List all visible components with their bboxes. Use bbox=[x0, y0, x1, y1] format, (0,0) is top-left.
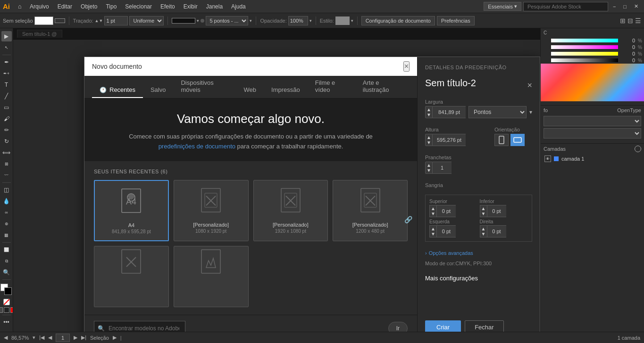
menu-ajuda[interactable]: Ajuda bbox=[227, 2, 250, 11]
tab-impressao[interactable]: Impressão bbox=[264, 82, 308, 98]
recent-item-4[interactable] bbox=[94, 246, 169, 307]
slice-tool[interactable]: ⧉ bbox=[1, 256, 12, 266]
tracado-type-select[interactable]: Uniforme bbox=[129, 16, 164, 25]
opcoes-avancadas-link[interactable]: › Opções avançadas bbox=[425, 250, 532, 256]
layer-item-1[interactable]: 👁 camada 1 bbox=[541, 154, 644, 163]
menu-selecionar[interactable]: Selecionar bbox=[121, 2, 156, 11]
tab-filme[interactable]: Filme e vídeo bbox=[308, 75, 355, 98]
menu-exibir[interactable]: Exibir bbox=[180, 2, 201, 11]
layer-visibility-icon[interactable]: 👁 bbox=[544, 155, 551, 162]
pen-tool[interactable]: ✒ bbox=[1, 57, 12, 67]
cyan-slider[interactable] bbox=[551, 39, 618, 42]
modal-close-button[interactable]: × bbox=[403, 61, 410, 72]
color-spectrum-display[interactable] bbox=[541, 64, 644, 101]
fechar-button[interactable]: Fechar bbox=[465, 320, 503, 332]
gradient-tool[interactable]: ◫ bbox=[1, 185, 12, 195]
pontos-select[interactable]: 5 pontos - ... bbox=[206, 16, 248, 25]
reflect-tool[interactable]: ⟺ bbox=[1, 147, 12, 158]
pranchetas-decrement[interactable]: ▲▼ bbox=[425, 162, 433, 174]
workspace-button[interactable]: Essenciais ▾ bbox=[484, 2, 521, 11]
menu-objeto[interactable]: Objeto bbox=[77, 2, 101, 11]
mais-configuracoes-link[interactable]: Mais configurações bbox=[425, 275, 532, 282]
pencil-tool[interactable]: ✏ bbox=[1, 125, 12, 135]
menu-editar[interactable]: Editar bbox=[54, 2, 76, 11]
opacity-input[interactable] bbox=[288, 16, 308, 25]
largura-unit-select[interactable]: Pontos bbox=[468, 106, 527, 118]
sangria-inferior-input[interactable] bbox=[487, 205, 506, 217]
menu-efeito[interactable]: Efeito bbox=[157, 2, 179, 11]
recent-item-5[interactable] bbox=[174, 246, 249, 307]
landscape-button[interactable] bbox=[510, 134, 525, 146]
link-sangria-icon[interactable]: 🔗 bbox=[404, 216, 412, 223]
prev-page-button[interactable]: ◀ bbox=[4, 335, 8, 341]
background-color[interactable] bbox=[4, 287, 12, 295]
largura-input[interactable] bbox=[433, 106, 466, 118]
color-mode-fill[interactable] bbox=[0, 307, 3, 313]
black-slider[interactable] bbox=[551, 58, 618, 62]
tracado-input[interactable] bbox=[104, 16, 128, 25]
recent-item-1[interactable]: [Personalizado] 1080 x 1920 pt bbox=[174, 180, 249, 241]
line-tool[interactable]: ╱ bbox=[1, 91, 12, 101]
config-doc-button[interactable]: Configuração de documento bbox=[361, 16, 435, 25]
stroke-swatch[interactable] bbox=[55, 18, 65, 23]
artboard-tool[interactable]: ⬜ bbox=[1, 245, 12, 255]
column-graph-tool[interactable]: ▦ bbox=[1, 230, 12, 240]
more-icon[interactable]: ☰ bbox=[635, 17, 641, 24]
eyedropper-tool[interactable]: 💧 bbox=[1, 196, 12, 206]
type-tool[interactable]: T bbox=[1, 80, 12, 90]
more-tools-button[interactable]: ••• bbox=[1, 317, 12, 327]
tab-recentes[interactable]: 🕐 Recentes bbox=[92, 82, 143, 98]
tab-salvo[interactable]: Salvo bbox=[143, 82, 174, 98]
largura-decrement[interactable]: ▲▼ bbox=[425, 106, 433, 118]
recent-item-3[interactable]: [Personalizado] 1200 x 480 pt bbox=[333, 180, 408, 241]
stock-search-input[interactable] bbox=[523, 2, 608, 11]
last-page-button[interactable]: ▶| bbox=[81, 335, 86, 341]
sangria-superior-input[interactable] bbox=[437, 205, 456, 217]
font-style-select[interactable] bbox=[544, 128, 641, 139]
superior-stepper-btn[interactable]: ▲▼ bbox=[429, 205, 437, 217]
sangria-esquerda-input[interactable] bbox=[437, 225, 456, 237]
arrange-icon[interactable]: ⊞ bbox=[620, 17, 626, 24]
direita-stepper-btn[interactable]: ▲▼ bbox=[480, 225, 487, 237]
color-mode-stroke[interactable] bbox=[4, 307, 9, 313]
page-number-input[interactable] bbox=[56, 334, 70, 342]
prev-artboard-button[interactable]: ◀ bbox=[48, 335, 52, 341]
criar-button[interactable]: Criar bbox=[425, 320, 461, 332]
recent-item-0[interactable]: A4 A4 841,89 x 595,28 pt bbox=[94, 180, 169, 241]
scale-tool[interactable]: ⊠ bbox=[1, 159, 12, 169]
tab-arte[interactable]: Arte e ilustração bbox=[355, 75, 410, 98]
home-icon[interactable]: ⌂ bbox=[15, 1, 25, 12]
direct-select-tool[interactable]: ↖ bbox=[1, 42, 12, 53]
font-family-select[interactable] bbox=[544, 116, 641, 126]
altura-input[interactable] bbox=[433, 134, 466, 146]
next-artboard-button[interactable]: ▶ bbox=[74, 335, 77, 341]
pranchetas-input[interactable] bbox=[433, 162, 452, 174]
menu-janela[interactable]: Janela bbox=[202, 2, 226, 11]
predefinicoes-link[interactable]: predefinições de documento bbox=[159, 143, 235, 150]
esquerda-stepper-btn[interactable]: ▲▼ bbox=[429, 225, 437, 237]
artboard-indicator-button[interactable]: ▶ bbox=[113, 335, 117, 341]
menu-tipo[interactable]: Tipo bbox=[102, 2, 120, 11]
add-anchor-tool[interactable]: ✒+ bbox=[1, 68, 12, 79]
blend-tool[interactable]: ∞ bbox=[1, 207, 12, 218]
align-icon[interactable]: ⊟ bbox=[627, 17, 633, 24]
rect-tool[interactable]: ▭ bbox=[1, 102, 12, 113]
close-window-button[interactable]: ✕ bbox=[631, 3, 641, 9]
inferior-stepper-btn[interactable]: ▲▼ bbox=[480, 205, 487, 217]
fill-swatch[interactable] bbox=[34, 16, 53, 25]
paintbrush-tool[interactable]: 🖌 bbox=[1, 114, 12, 124]
stroke-pattern[interactable] bbox=[172, 18, 195, 24]
minimize-button[interactable]: − bbox=[610, 4, 619, 9]
portrait-button[interactable] bbox=[494, 134, 509, 146]
tab-dispositivos[interactable]: Dispositivos móveis bbox=[173, 75, 236, 98]
zoom-tool[interactable]: 🔍 bbox=[1, 267, 12, 278]
hero-close-button[interactable]: × bbox=[527, 81, 532, 90]
menu-arquivo[interactable]: Arquivo bbox=[26, 2, 53, 11]
estilo-swatch[interactable] bbox=[335, 16, 350, 25]
altura-decrement[interactable]: ▲▼ bbox=[425, 134, 433, 146]
recent-item-2[interactable]: [Personalizado] 1920 x 1080 pt bbox=[253, 180, 328, 241]
preferencias-button[interactable]: Preferências bbox=[437, 16, 475, 25]
first-page-button[interactable]: |◀ bbox=[39, 335, 44, 341]
tab-web[interactable]: Web bbox=[236, 82, 264, 98]
select-tool[interactable]: ▶ bbox=[1, 31, 12, 41]
